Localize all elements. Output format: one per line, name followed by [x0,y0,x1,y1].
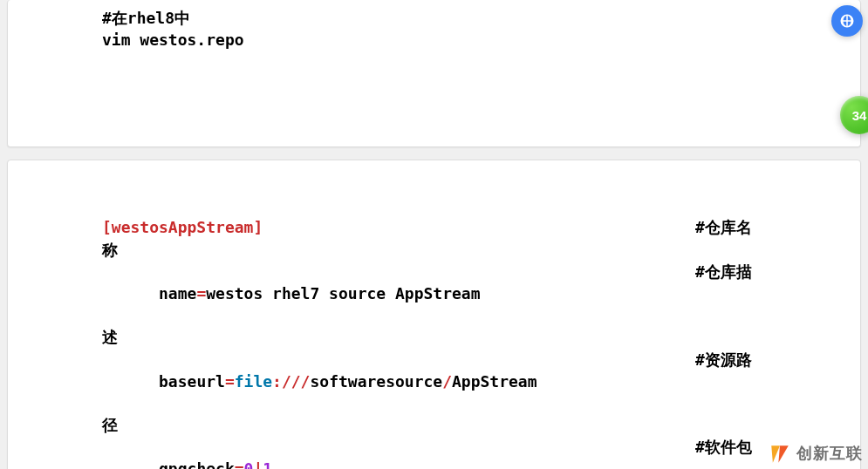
wrapped-comment: 述 [102,326,766,348]
section-header: [westosAppStream] [102,218,263,236]
code-line: vim westos.repo [102,29,766,51]
code-block-top: #在rhel8中 vim westos.repo [7,0,861,147]
wrapped-comment: 称 [102,239,766,261]
translate-icon [839,13,855,29]
punct: :/// [272,372,310,391]
equals: = [225,372,235,391]
path-seg: AppStream [452,372,537,391]
key: baseurl [159,372,225,391]
path-seg: softwaresource [310,372,442,391]
code-block-bottom: [westosAppStream] #仓库名 称 name=westos rhe… [7,160,861,469]
key: name [159,284,196,302]
value-num: 0 [244,459,254,469]
badge-text: 34 [852,106,867,125]
logo-icon [769,443,791,466]
comment-text: #在rhel8中 [102,7,190,29]
equals: = [196,284,206,302]
value-num: 1 [263,459,272,469]
inline-comment: #软件包 [695,436,765,469]
inline-comment: #仓库描 [695,261,765,327]
svg-marker-0 [771,445,780,463]
proto: file [235,372,272,391]
key: gpgcheck [159,459,235,469]
pipe: | [253,459,263,469]
code-line: baseurl=file:///softwaresource/AppStream… [102,349,766,415]
value: westos rhel7 source AppStream [206,284,480,302]
inline-comment: #仓库名 [695,216,765,238]
code-line: #在rhel8中 [102,7,766,29]
code-line: name=westos rhel7 source AppStream #仓库描 [102,261,766,327]
punct: / [442,372,452,391]
watermark-logo: 创新互联 [769,443,863,466]
svg-marker-1 [778,445,788,463]
command-text: vim westos.repo [102,29,244,51]
logo-text: 创新互联 [796,443,863,465]
code-line: [westosAppStream] #仓库名 [102,216,766,238]
code-line: gpgcheck=0|1 #软件包 [102,436,766,469]
equals: = [235,459,244,469]
wrapped-comment: 径 [102,414,766,436]
inline-comment: #资源路 [695,349,765,415]
chat-translate-fab[interactable] [831,5,863,37]
